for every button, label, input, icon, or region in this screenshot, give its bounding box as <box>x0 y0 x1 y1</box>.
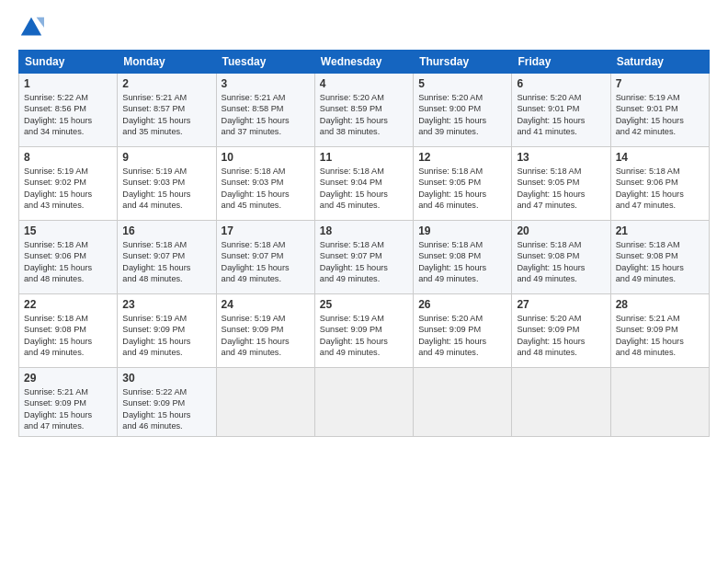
day-number: 9 <box>122 151 210 164</box>
day-number: 7 <box>616 77 704 90</box>
calendar-cell: 8 Sunrise: 5:19 AMSunset: 9:02 PMDayligh… <box>19 147 118 221</box>
day-number: 6 <box>517 77 605 90</box>
day-number: 24 <box>222 298 310 311</box>
cell-info: Sunrise: 5:18 AMSunset: 9:05 PMDaylight:… <box>418 167 486 210</box>
cell-info: Sunrise: 5:20 AMSunset: 9:00 PMDaylight:… <box>418 93 486 136</box>
calendar-cell: 3 Sunrise: 5:21 AMSunset: 8:58 PMDayligh… <box>216 74 314 147</box>
calendar-row: 29 Sunrise: 5:21 AMSunset: 9:09 PMDaylig… <box>19 368 710 437</box>
calendar-cell: 29 Sunrise: 5:21 AMSunset: 9:09 PMDaylig… <box>19 368 118 437</box>
cell-info: Sunrise: 5:21 AMSunset: 9:09 PMDaylight:… <box>24 387 92 431</box>
calendar-cell: 27 Sunrise: 5:20 AMSunset: 9:09 PMDaylig… <box>512 294 610 368</box>
cell-info: Sunrise: 5:19 AMSunset: 9:09 PMDaylight:… <box>320 314 388 357</box>
day-number: 21 <box>616 224 704 237</box>
page: SundayMondayTuesdayWednesdayThursdayFrid… <box>0 0 728 563</box>
day-number: 13 <box>517 151 605 164</box>
calendar-cell: 12 Sunrise: 5:18 AMSunset: 9:05 PMDaylig… <box>414 147 512 221</box>
cell-info: Sunrise: 5:19 AMSunset: 9:03 PMDaylight:… <box>122 167 190 210</box>
calendar-cell: 10 Sunrise: 5:18 AMSunset: 9:03 PMDaylig… <box>216 147 314 221</box>
calendar-row: 8 Sunrise: 5:19 AMSunset: 9:02 PMDayligh… <box>19 147 710 221</box>
cell-info: Sunrise: 5:18 AMSunset: 9:08 PMDaylight:… <box>24 314 92 357</box>
day-number: 20 <box>517 224 605 237</box>
day-number: 27 <box>517 298 605 311</box>
calendar-cell: 14 Sunrise: 5:18 AMSunset: 9:06 PMDaylig… <box>610 147 709 221</box>
calendar-header-cell: Wednesday <box>314 51 413 74</box>
calendar-cell: 21 Sunrise: 5:18 AMSunset: 9:08 PMDaylig… <box>610 221 709 294</box>
calendar-header-cell: Sunday <box>19 51 118 74</box>
calendar-cell: 19 Sunrise: 5:18 AMSunset: 9:08 PMDaylig… <box>414 221 512 294</box>
day-number: 17 <box>222 224 310 237</box>
calendar-cell: 16 Sunrise: 5:18 AMSunset: 9:07 PMDaylig… <box>118 221 216 294</box>
day-number: 3 <box>222 77 310 90</box>
day-number: 14 <box>616 151 704 164</box>
day-number: 18 <box>320 224 408 237</box>
day-number: 16 <box>122 224 210 237</box>
day-number: 15 <box>24 224 112 237</box>
cell-info: Sunrise: 5:20 AMSunset: 8:59 PMDaylight:… <box>320 93 388 136</box>
header <box>18 15 710 40</box>
cell-info: Sunrise: 5:19 AMSunset: 9:01 PMDaylight:… <box>616 93 684 136</box>
calendar-header-cell: Friday <box>512 51 610 74</box>
calendar-cell: 30 Sunrise: 5:22 AMSunset: 9:09 PMDaylig… <box>118 368 216 437</box>
calendar-row: 15 Sunrise: 5:18 AMSunset: 9:06 PMDaylig… <box>19 221 710 294</box>
cell-info: Sunrise: 5:18 AMSunset: 9:07 PMDaylight:… <box>222 240 290 283</box>
day-number: 19 <box>418 224 506 237</box>
calendar-header-row: SundayMondayTuesdayWednesdayThursdayFrid… <box>19 51 710 74</box>
calendar-row: 22 Sunrise: 5:18 AMSunset: 9:08 PMDaylig… <box>19 294 710 368</box>
day-number: 1 <box>24 77 112 90</box>
calendar-cell: 15 Sunrise: 5:18 AMSunset: 9:06 PMDaylig… <box>19 221 118 294</box>
day-number: 12 <box>418 151 506 164</box>
calendar-cell <box>216 368 314 437</box>
calendar-cell: 7 Sunrise: 5:19 AMSunset: 9:01 PMDayligh… <box>610 74 709 147</box>
calendar-cell: 20 Sunrise: 5:18 AMSunset: 9:08 PMDaylig… <box>512 221 610 294</box>
cell-info: Sunrise: 5:18 AMSunset: 9:08 PMDaylight:… <box>517 240 585 283</box>
cell-info: Sunrise: 5:22 AMSunset: 9:09 PMDaylight:… <box>122 387 190 431</box>
day-number: 2 <box>122 77 210 90</box>
calendar-header-cell: Monday <box>118 51 216 74</box>
svg-marker-1 <box>37 17 44 28</box>
calendar-cell: 22 Sunrise: 5:18 AMSunset: 9:08 PMDaylig… <box>19 294 118 368</box>
logo <box>18 15 48 40</box>
calendar-cell <box>314 368 413 437</box>
cell-info: Sunrise: 5:19 AMSunset: 9:02 PMDaylight:… <box>24 167 92 210</box>
day-number: 11 <box>320 151 408 164</box>
cell-info: Sunrise: 5:20 AMSunset: 9:01 PMDaylight:… <box>517 93 585 136</box>
day-number: 28 <box>616 298 704 311</box>
cell-info: Sunrise: 5:19 AMSunset: 9:09 PMDaylight:… <box>222 314 290 357</box>
calendar-header-cell: Saturday <box>610 51 709 74</box>
day-number: 25 <box>320 298 408 311</box>
cell-info: Sunrise: 5:22 AMSunset: 8:56 PMDaylight:… <box>24 93 92 136</box>
cell-info: Sunrise: 5:18 AMSunset: 9:07 PMDaylight:… <box>320 240 388 283</box>
calendar-cell: 4 Sunrise: 5:20 AMSunset: 8:59 PMDayligh… <box>314 74 413 147</box>
calendar-cell <box>610 368 709 437</box>
calendar-table: SundayMondayTuesdayWednesdayThursdayFrid… <box>18 50 710 437</box>
day-number: 26 <box>418 298 506 311</box>
cell-info: Sunrise: 5:21 AMSunset: 8:57 PMDaylight:… <box>122 93 190 136</box>
cell-info: Sunrise: 5:18 AMSunset: 9:04 PMDaylight:… <box>320 167 388 210</box>
calendar-cell: 9 Sunrise: 5:19 AMSunset: 9:03 PMDayligh… <box>118 147 216 221</box>
calendar-cell: 13 Sunrise: 5:18 AMSunset: 9:05 PMDaylig… <box>512 147 610 221</box>
calendar-cell <box>414 368 512 437</box>
calendar-cell: 28 Sunrise: 5:21 AMSunset: 9:09 PMDaylig… <box>610 294 709 368</box>
calendar-cell <box>512 368 610 437</box>
calendar-cell: 18 Sunrise: 5:18 AMSunset: 9:07 PMDaylig… <box>314 221 413 294</box>
day-number: 29 <box>24 372 112 385</box>
calendar-cell: 5 Sunrise: 5:20 AMSunset: 9:00 PMDayligh… <box>414 74 512 147</box>
calendar-header-cell: Thursday <box>414 51 512 74</box>
calendar-cell: 17 Sunrise: 5:18 AMSunset: 9:07 PMDaylig… <box>216 221 314 294</box>
cell-info: Sunrise: 5:18 AMSunset: 9:03 PMDaylight:… <box>222 167 290 210</box>
cell-info: Sunrise: 5:18 AMSunset: 9:06 PMDaylight:… <box>616 167 684 210</box>
calendar-cell: 26 Sunrise: 5:20 AMSunset: 9:09 PMDaylig… <box>414 294 512 368</box>
cell-info: Sunrise: 5:18 AMSunset: 9:05 PMDaylight:… <box>517 167 585 210</box>
cell-info: Sunrise: 5:18 AMSunset: 9:08 PMDaylight:… <box>616 240 684 283</box>
cell-info: Sunrise: 5:18 AMSunset: 9:06 PMDaylight:… <box>24 240 92 283</box>
calendar-cell: 1 Sunrise: 5:22 AMSunset: 8:56 PMDayligh… <box>19 74 118 147</box>
cell-info: Sunrise: 5:21 AMSunset: 9:09 PMDaylight:… <box>616 314 684 357</box>
day-number: 10 <box>222 151 310 164</box>
day-number: 8 <box>24 151 112 164</box>
day-number: 5 <box>418 77 506 90</box>
calendar-row: 1 Sunrise: 5:22 AMSunset: 8:56 PMDayligh… <box>19 74 710 147</box>
cell-info: Sunrise: 5:21 AMSunset: 8:58 PMDaylight:… <box>222 93 290 136</box>
calendar-cell: 6 Sunrise: 5:20 AMSunset: 9:01 PMDayligh… <box>512 74 610 147</box>
logo-icon <box>18 15 44 40</box>
cell-info: Sunrise: 5:18 AMSunset: 9:08 PMDaylight:… <box>418 240 486 283</box>
